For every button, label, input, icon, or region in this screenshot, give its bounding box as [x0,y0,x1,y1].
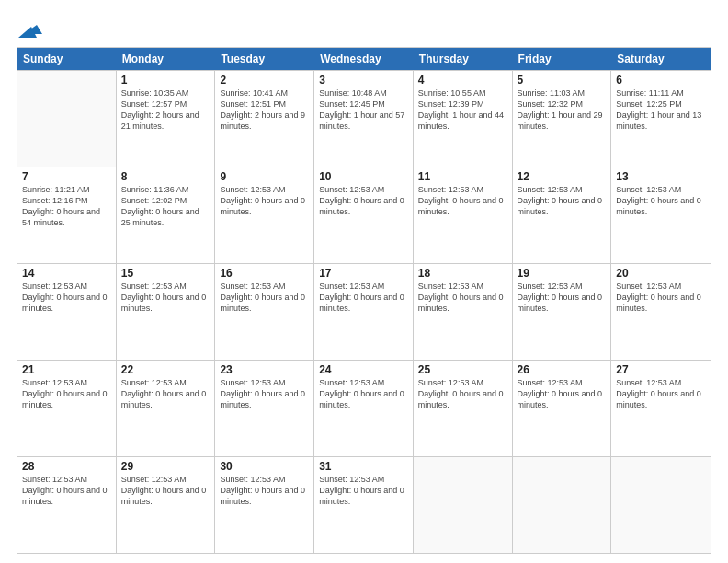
day-info: Sunrise: 11:36 AM Sunset: 12:02 PM Dayli… [121,184,210,229]
day-cell: 17Sunset: 12:53 AM Daylight: 0 hours and… [314,264,414,360]
day-info: Sunset: 12:53 AM Daylight: 0 hours and 0… [616,281,706,314]
day-header-tuesday: Tuesday [215,48,314,70]
day-cell: 22Sunset: 12:53 AM Daylight: 0 hours and… [117,361,216,456]
day-cell: 2Sunrise: 10:41 AM Sunset: 12:51 PM Dayl… [215,71,314,167]
day-info: Sunrise: 11:03 AM Sunset: 12:32 PM Dayli… [518,87,607,132]
day-header-sunday: Sunday [17,48,117,70]
day-cell: 23Sunset: 12:53 AM Daylight: 0 hours and… [215,361,314,456]
day-header-monday: Monday [117,48,216,70]
week-row-4: 21Sunset: 12:53 AM Daylight: 0 hours and… [17,360,711,456]
day-number: 17 [319,267,408,280]
day-number: 16 [220,267,309,280]
day-cell: 16Sunset: 12:53 AM Daylight: 0 hours and… [215,264,314,360]
day-number: 21 [22,363,111,376]
logo-icon [18,17,42,38]
day-number: 29 [121,460,210,473]
day-number: 7 [22,170,111,183]
day-number: 22 [121,363,210,376]
day-info: Sunset: 12:53 AM Daylight: 0 hours and 0… [121,474,210,507]
day-cell: 11Sunset: 12:53 AM Daylight: 0 hours and… [414,167,513,263]
day-cell: 21Sunset: 12:53 AM Daylight: 0 hours and… [17,361,117,456]
day-cell: 6Sunrise: 11:11 AM Sunset: 12:25 PM Dayl… [611,71,711,167]
calendar-page: SundayMondayTuesdayWednesdayThursdayFrid… [0,0,728,563]
day-number: 1 [121,74,210,86]
day-info: Sunset: 12:53 AM Daylight: 0 hours and 0… [418,377,507,410]
day-info: Sunset: 12:53 AM Daylight: 0 hours and 0… [518,281,607,314]
day-info: Sunset: 12:53 AM Daylight: 0 hours and 0… [319,281,408,314]
day-number: 8 [121,170,210,183]
day-number: 11 [418,170,507,183]
day-cell: 14Sunset: 12:53 AM Daylight: 0 hours and… [17,264,117,360]
day-cell: 7Sunrise: 11:21 AM Sunset: 12:16 PM Dayl… [17,167,117,263]
day-number: 4 [418,74,507,86]
day-info: Sunset: 12:53 AM Daylight: 0 hours and 0… [220,281,309,314]
day-cell: 29Sunset: 12:53 AM Daylight: 0 hours and… [117,457,216,553]
day-cell: 13Sunset: 12:53 AM Daylight: 0 hours and… [611,167,711,263]
day-cell: 5Sunrise: 11:03 AM Sunset: 12:32 PM Dayl… [513,71,612,167]
day-cell: 19Sunset: 12:53 AM Daylight: 0 hours and… [513,264,612,360]
calendar: SundayMondayTuesdayWednesdayThursdayFrid… [17,47,711,554]
day-cell [17,71,117,167]
day-number: 26 [518,363,607,376]
day-number: 5 [518,74,607,86]
day-number: 18 [418,267,507,280]
day-cell: 30Sunset: 12:53 AM Daylight: 0 hours and… [215,457,314,553]
week-row-2: 7Sunrise: 11:21 AM Sunset: 12:16 PM Dayl… [17,167,711,263]
day-number: 12 [518,170,607,183]
day-cell: 27Sunset: 12:53 AM Daylight: 0 hours and… [611,361,711,456]
day-number: 10 [319,170,408,183]
day-info: Sunset: 12:53 AM Daylight: 0 hours and 0… [319,474,408,507]
day-number: 9 [220,170,309,183]
day-header-saturday: Saturday [611,48,711,70]
day-info: Sunrise: 10:55 AM Sunset: 12:39 PM Dayli… [418,87,507,132]
day-number: 30 [220,460,309,473]
day-info: Sunset: 12:53 AM Daylight: 0 hours and 0… [22,281,111,314]
day-info: Sunset: 12:53 AM Daylight: 0 hours and 0… [319,184,408,217]
day-info: Sunset: 12:53 AM Daylight: 0 hours and 0… [418,281,507,314]
day-cell: 3Sunrise: 10:48 AM Sunset: 12:45 PM Dayl… [314,71,414,167]
weeks-container: 1Sunrise: 10:35 AM Sunset: 12:57 PM Dayl… [17,70,711,553]
day-number: 2 [220,74,309,86]
day-cell: 1Sunrise: 10:35 AM Sunset: 12:57 PM Dayl… [117,71,216,167]
day-info: Sunset: 12:53 AM Daylight: 0 hours and 0… [518,184,607,217]
day-cell: 10Sunset: 12:53 AM Daylight: 0 hours and… [314,167,414,263]
day-info: Sunrise: 10:35 AM Sunset: 12:57 PM Dayli… [121,87,210,132]
day-info: Sunrise: 10:41 AM Sunset: 12:51 PM Dayli… [220,87,309,132]
day-cell: 18Sunset: 12:53 AM Daylight: 0 hours and… [414,264,513,360]
day-number: 31 [319,460,408,473]
day-cell: 26Sunset: 12:53 AM Daylight: 0 hours and… [513,361,612,456]
day-info: Sunset: 12:53 AM Daylight: 0 hours and 0… [616,184,706,217]
day-number: 24 [319,363,408,376]
day-info: Sunset: 12:53 AM Daylight: 0 hours and 0… [319,377,408,410]
day-cell [414,457,513,553]
day-cell: 25Sunset: 12:53 AM Daylight: 0 hours and… [414,361,513,456]
day-header-friday: Friday [513,48,612,70]
day-number: 3 [319,74,408,86]
day-cell: 24Sunset: 12:53 AM Daylight: 0 hours and… [314,361,414,456]
day-info: Sunset: 12:53 AM Daylight: 0 hours and 0… [220,184,309,217]
day-number: 25 [418,363,507,376]
week-row-5: 28Sunset: 12:53 AM Daylight: 0 hours and… [17,456,711,553]
day-number: 23 [220,363,309,376]
day-info: Sunrise: 11:11 AM Sunset: 12:25 PM Dayli… [616,87,706,132]
logo [17,17,42,38]
day-info: Sunset: 12:53 AM Daylight: 0 hours and 0… [616,377,706,410]
day-cell: 4Sunrise: 10:55 AM Sunset: 12:39 PM Dayl… [414,71,513,167]
day-number: 19 [518,267,607,280]
day-info: Sunset: 12:53 AM Daylight: 0 hours and 0… [220,377,309,410]
day-cell: 28Sunset: 12:53 AM Daylight: 0 hours and… [17,457,117,553]
day-cell: 12Sunset: 12:53 AM Daylight: 0 hours and… [513,167,612,263]
page-header [17,17,711,38]
day-info: Sunset: 12:53 AM Daylight: 0 hours and 0… [22,474,111,507]
day-header-wednesday: Wednesday [314,48,414,70]
day-number: 15 [121,267,210,280]
day-number: 28 [22,460,111,473]
day-cell [611,457,711,553]
day-cell: 15Sunset: 12:53 AM Daylight: 0 hours and… [117,264,216,360]
day-number: 20 [616,267,706,280]
day-info: Sunrise: 11:21 AM Sunset: 12:16 PM Dayli… [22,184,111,229]
day-number: 27 [616,363,706,376]
day-header-thursday: Thursday [414,48,513,70]
day-cell: 31Sunset: 12:53 AM Daylight: 0 hours and… [314,457,414,553]
day-number: 13 [616,170,706,183]
